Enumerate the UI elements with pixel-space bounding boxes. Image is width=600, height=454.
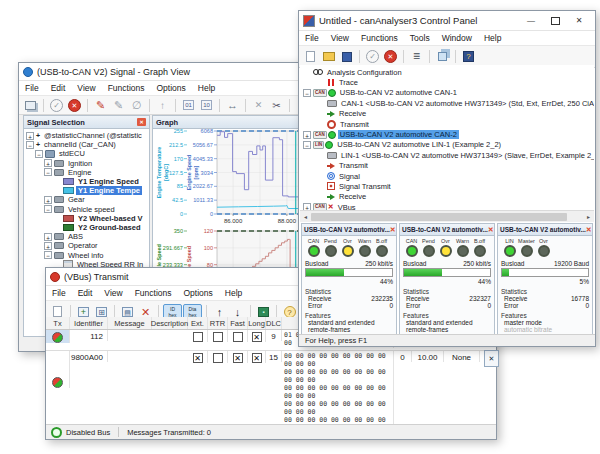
tx-led-icon[interactable]	[52, 377, 63, 388]
fast-cell[interactable]: ✕	[228, 351, 248, 363]
signal-item-channelid-car-can[interactable]: −channelId (Car_CAN)	[24, 140, 149, 149]
identifier-cell[interactable]: 9800A00	[70, 351, 108, 362]
tree-item-trace[interactable]: Trace	[300, 77, 594, 87]
fast-checkbox[interactable]	[233, 332, 243, 342]
column-header-identifier[interactable]: Identifier	[70, 317, 108, 329]
dlc-cell[interactable]: 15	[266, 351, 282, 362]
cycle-time-cell[interactable]: 10.00	[412, 351, 444, 362]
tree-item-signal-transmit[interactable]: Signal Transmit	[300, 181, 594, 191]
collapse-icon[interactable]: −	[44, 168, 52, 176]
ext-cell[interactable]: ✕	[188, 351, 208, 363]
menu-item-functions[interactable]: Functions	[129, 287, 178, 299]
save-icon[interactable]	[338, 49, 355, 65]
signal-item-gear[interactable]: +Gear	[24, 195, 149, 204]
signal-item-operator[interactable]: +Operator	[24, 241, 149, 250]
menu-item-window[interactable]: Window	[436, 32, 478, 44]
dlc-cell[interactable]: 9	[266, 330, 282, 341]
tx-led-cell[interactable]	[46, 330, 70, 343]
erase-pen-icon[interactable]: ✎	[110, 97, 127, 113]
menu-item-edit[interactable]: Edit	[45, 82, 72, 94]
key-cell[interactable]: None	[444, 351, 480, 362]
tree-item-signal[interactable]: Signal	[300, 171, 594, 181]
engine-chart[interactable]: 255212.5170127.58542.50Engine Temperatur…	[153, 128, 310, 228]
rtr-cell[interactable]	[208, 351, 228, 363]
interface-panel-header[interactable]: USB-to-CAN V2 automotiv...✕	[400, 224, 494, 236]
collapse-icon[interactable]: −	[303, 141, 311, 149]
menu-item-view[interactable]: View	[71, 82, 101, 94]
ext-checkbox[interactable]	[193, 332, 203, 342]
data-bytes-cell[interactable]: 00 00 00 00 00 00 00 00 00 00 00 0000 00…	[282, 351, 394, 425]
scroll-left-icon[interactable]: ◂	[300, 213, 311, 220]
tree-item-usb-to-can-v2-automotive-can-2[interactable]: +CANUSB-to-CAN V2 automotive CAN-2	[300, 129, 594, 139]
menu-item-tools[interactable]: Tools	[404, 32, 436, 44]
column-header-rtr[interactable]: RTR	[208, 317, 228, 329]
scrollbar-thumb[interactable]	[311, 213, 567, 221]
long-checkbox[interactable]: ✕	[252, 332, 262, 342]
menu-item-help[interactable]: Help	[219, 287, 248, 299]
close-icon[interactable]: ✕	[488, 226, 494, 234]
menu-item-options[interactable]: Options	[151, 82, 192, 94]
tree-item-receive[interactable]: Receive	[300, 192, 594, 202]
tree-item-usb-to-can-v2-automotive-lin-1[interactable]: −LINUSB-to-CAN V2 automotive LIN-1 (Exam…	[300, 140, 594, 150]
menu-item-functions[interactable]: Functions	[102, 82, 151, 94]
menu-item-file[interactable]: File	[19, 82, 45, 94]
clear-icon[interactable]: ✕	[250, 97, 267, 113]
rtr-checkbox[interactable]	[213, 332, 223, 342]
tree-item-can-1-usb-to-can-v2-automotive[interactable]: CAN-1 <USB-to-CAN V2 automotive HW371349…	[300, 98, 594, 108]
maximize-button[interactable]	[543, 13, 567, 28]
close-pane-button[interactable]: ✕	[484, 350, 499, 367]
menu-item-view[interactable]: View	[98, 287, 128, 299]
fast-cell[interactable]	[228, 330, 248, 342]
signal-item-y1-engine-speed[interactable]: Y1 Engine Speed	[24, 177, 149, 186]
menu-item-file[interactable]: File	[46, 287, 72, 299]
start-icon[interactable]: ✓	[48, 97, 65, 113]
open-folder-icon[interactable]	[320, 49, 337, 65]
menu-item-edit[interactable]: Edit	[72, 287, 99, 299]
collapse-icon[interactable]: −	[44, 205, 52, 213]
draw-pen-icon[interactable]: ✎	[92, 97, 109, 113]
rtr-checkbox[interactable]	[213, 353, 223, 363]
signal-item-abs[interactable]: +ABS	[24, 232, 149, 241]
column-header-description[interactable]: Description	[152, 317, 188, 329]
collapse-icon[interactable]: −	[26, 141, 34, 149]
signal-item-statisticchannel-statistic[interactable]: +@statisticChannel (@statistic	[24, 131, 149, 140]
table-row[interactable]: 9800A00✕✕✕1500 00 00 00 00 00 00 00 00 0…	[46, 351, 496, 425]
rtr-cell[interactable]	[208, 330, 228, 342]
menu-item-help[interactable]: Help	[192, 82, 221, 94]
fast-checkbox[interactable]: ✕	[233, 353, 243, 363]
signal-item-y1-engine-tempe[interactable]: Y1 Engine Tempe	[24, 186, 149, 195]
ext-cell[interactable]	[188, 330, 208, 342]
tree-item-analysis-configuration[interactable]: Analysis Configuration	[300, 67, 594, 77]
workspace-icon[interactable]	[434, 49, 451, 65]
column-header-message[interactable]: Message	[108, 317, 152, 329]
stop-icon[interactable]: ✕	[382, 49, 399, 65]
measure-range-icon[interactable]: ↔	[224, 97, 241, 113]
tree-horizontal-scrollbar[interactable]: ◂ ▸	[300, 210, 594, 222]
cut-icon[interactable]: ✂	[268, 97, 285, 113]
column-header-fast[interactable]: Fast	[228, 317, 248, 329]
minimize-button[interactable]: —	[519, 13, 543, 28]
tx-led-cell[interactable]	[46, 351, 70, 388]
tx-led-icon[interactable]	[52, 332, 63, 343]
column-header-ext[interactable]: Ext.	[188, 317, 208, 329]
signal-item-vehicle-speed[interactable]: −Vehicle speed	[24, 205, 149, 214]
tree-item-usb-to-can-v2-automotive-can-1[interactable]: −CANUSB-to-CAN V2 automotive CAN-1	[300, 88, 594, 98]
tree-item-transmit[interactable]: Transmit	[300, 161, 594, 171]
close-icon[interactable]: ✕	[390, 226, 396, 234]
bit-view-icon[interactable]: 01	[180, 97, 197, 113]
expand-icon[interactable]: +	[44, 242, 52, 250]
signal-item-engine[interactable]: −Engine	[24, 168, 149, 177]
ext-checkbox[interactable]: ✕	[193, 353, 203, 363]
graph-view-titlebar[interactable]: (USB-to-CAN V2) Signal - Graph View	[19, 63, 311, 81]
scroll-right-icon[interactable]: ▸	[583, 213, 594, 220]
menu-item-options[interactable]: Options	[178, 287, 219, 299]
collapse-icon[interactable]: −	[44, 251, 52, 259]
count-cell[interactable]: 0	[394, 351, 412, 362]
expand-icon[interactable]: +	[44, 196, 52, 204]
signal-item-y2-wheel-based-v[interactable]: Y2 Wheel-based V	[24, 214, 149, 223]
start-icon[interactable]: ✓	[364, 49, 381, 65]
signal-item-stdecu[interactable]: −stdECU	[24, 149, 149, 158]
menu-item-functions[interactable]: Functions	[355, 32, 404, 44]
new-document-icon[interactable]	[302, 49, 319, 65]
signal-item-y2-ground-based[interactable]: Y2 Ground-based	[24, 223, 149, 232]
